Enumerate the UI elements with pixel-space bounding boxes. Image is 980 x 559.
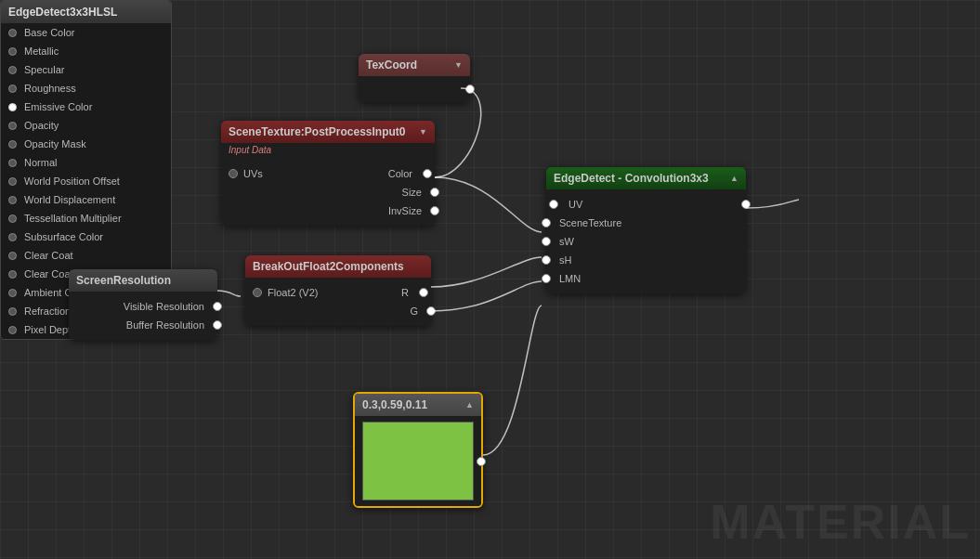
node-scene[interactable]: SceneTexture:PostProcessInput0 Input Dat…	[221, 121, 435, 226]
edgedetect-lmn-label: LMN	[559, 273, 581, 284]
hlsl-world-disp-dot	[8, 196, 17, 204]
scene-size-out[interactable]	[430, 188, 439, 197]
edgedetect-scene-label: SceneTexture	[559, 217, 621, 228]
edgedetect-scene-in[interactable]	[542, 218, 551, 228]
hlsl-refraction-dot	[8, 307, 17, 316]
node-edgedetect-body: UV SceneTexture sW sH LMN	[546, 189, 746, 293]
node-scene-uvs-row: UVs Color	[221, 164, 435, 183]
hlsl-opacity-mask[interactable]: Opacity Mask	[1, 135, 171, 153]
hlsl-roughness-label: Roughness	[24, 83, 76, 94]
edgedetect-uv-row: UV	[546, 195, 746, 214]
scene-color-out[interactable]	[423, 169, 432, 178]
hlsl-tess-dot	[8, 214, 17, 223]
node-screenres-body: Visible Resolution Buffer Resolution	[69, 292, 217, 340]
node-scene-header[interactable]: SceneTexture:PostProcessInput0	[221, 121, 435, 143]
breakout-g-row: G	[245, 302, 431, 320]
hlsl-opacity-mask-dot	[8, 140, 17, 149]
hlsl-tess-label: Tessellation Multiplier	[24, 213, 122, 224]
node-texcoord-title: TexCoord	[366, 58, 417, 72]
hlsl-specular-dot	[8, 66, 17, 74]
screenres-visible-out[interactable]	[213, 302, 222, 311]
hlsl-base-color-dot	[8, 29, 17, 37]
hlsl-clear-coat-roughness-dot	[8, 270, 17, 279]
scene-size-label: Size	[402, 187, 422, 198]
node-screenres-header[interactable]: ScreenResolution	[69, 269, 217, 292]
hlsl-opacity[interactable]: Opacity	[1, 116, 171, 135]
hlsl-opacity-dot	[8, 122, 17, 130]
hlsl-tess[interactable]: Tessellation Multiplier	[1, 209, 171, 228]
hlsl-metallic[interactable]: Metallic	[1, 42, 171, 60]
node-screenres-title: ScreenResolution	[76, 274, 171, 287]
texcoord-output-dot[interactable]	[465, 84, 475, 94]
hlsl-metallic-label: Metallic	[24, 46, 59, 57]
node-scene-size-row: Size	[221, 183, 435, 202]
hlsl-ambient-dot	[8, 289, 17, 297]
hlsl-specular[interactable]: Specular	[1, 60, 171, 79]
hlsl-world-pos-label: World Position Offset	[24, 176, 120, 187]
node-breakout[interactable]: BreakOutFloat2Components Float2 (V2) R G	[245, 255, 431, 326]
screenres-visible-row: Visible Resolution	[69, 297, 217, 316]
node-edgedetect[interactable]: EdgeDetect - Convolution3x3 UV SceneText…	[546, 167, 746, 293]
hlsl-normal[interactable]: Normal	[1, 153, 171, 172]
color-out[interactable]	[477, 457, 486, 466]
hlsl-world-pos-dot	[8, 177, 17, 186]
screenres-buffer-label: Buffer Resolution	[126, 319, 204, 331]
node-texcoord[interactable]: TexCoord	[359, 54, 470, 102]
node-color[interactable]: 0.3,0.59,0.11	[353, 392, 483, 508]
panel-hlsl-header: EdgeDetect3x3HLSL	[1, 1, 171, 23]
node-screenres[interactable]: ScreenResolution Visible Resolution Buff…	[69, 269, 217, 340]
breakout-r-label: R	[401, 287, 409, 298]
scene-color-label: Color	[388, 168, 412, 179]
hlsl-refraction-label: Refraction	[24, 306, 71, 317]
edgedetect-uv-in[interactable]	[549, 200, 558, 209]
node-scene-body: UVs Color Size InvSize	[221, 159, 435, 226]
edgedetect-out[interactable]	[741, 200, 751, 209]
hlsl-clear-coat[interactable]: Clear Coat	[1, 246, 171, 265]
edgedetect-sh-label: sH	[559, 254, 571, 266]
node-scene-invsize-row: InvSize	[221, 202, 435, 220]
breakout-float-row: Float2 (V2) R	[245, 283, 431, 302]
breakout-r-out[interactable]	[419, 288, 428, 297]
hlsl-specular-label: Specular	[24, 64, 64, 75]
node-breakout-body: Float2 (V2) R G	[245, 278, 431, 326]
hlsl-roughness-dot	[8, 84, 17, 93]
edgedetect-lmn-in[interactable]	[542, 274, 551, 283]
hlsl-emissive-label: Emissive Color	[24, 101, 92, 112]
color-swatch	[362, 422, 474, 500]
hlsl-base-color[interactable]: Base Color	[1, 23, 171, 42]
edgedetect-uv-label: UV	[568, 199, 582, 210]
hlsl-world-pos[interactable]: World Position Offset	[1, 172, 171, 190]
node-breakout-header[interactable]: BreakOutFloat2Components	[245, 255, 431, 278]
hlsl-base-color-label: Base Color	[24, 27, 74, 38]
hlsl-subsurface-dot	[8, 233, 17, 241]
screenres-buffer-out[interactable]	[213, 320, 222, 330]
hlsl-roughness[interactable]: Roughness	[1, 79, 171, 98]
node-breakout-title: BreakOutFloat2Components	[253, 260, 404, 273]
hlsl-emissive[interactable]: Emissive Color	[1, 98, 171, 116]
scene-uvs-in[interactable]	[229, 169, 238, 178]
breakout-float-in[interactable]	[253, 288, 262, 297]
node-texcoord-body	[359, 76, 470, 102]
breakout-float-label: Float2 (V2)	[268, 287, 318, 298]
scene-invsize-out[interactable]	[430, 206, 439, 215]
hlsl-subsurface[interactable]: Subsurface Color	[1, 228, 171, 246]
node-color-header[interactable]: 0.3,0.59,0.11	[355, 394, 481, 416]
hlsl-world-disp[interactable]: World Displacement	[1, 190, 171, 209]
node-color-title: 0.3,0.59,0.11	[362, 398, 427, 411]
edgedetect-lmn-row: LMN	[546, 269, 746, 288]
node-color-body	[355, 416, 481, 506]
breakout-g-label: G	[410, 306, 418, 317]
hlsl-normal-label: Normal	[24, 157, 57, 168]
node-scene-subtext: Input Data	[221, 143, 435, 159]
screenres-buffer-row: Buffer Resolution	[69, 316, 217, 334]
edgedetect-sw-row: sW	[546, 232, 746, 251]
edgedetect-sw-in[interactable]	[542, 237, 551, 246]
node-texcoord-header[interactable]: TexCoord	[359, 54, 470, 76]
breakout-g-out[interactable]	[426, 306, 436, 316]
hlsl-clear-coat-dot	[8, 252, 17, 260]
edgedetect-scene-row: SceneTexture	[546, 214, 746, 232]
node-edgedetect-header[interactable]: EdgeDetect - Convolution3x3	[546, 167, 746, 189]
hlsl-opacity-mask-label: Opacity Mask	[24, 138, 86, 150]
edgedetect-sh-row: sH	[546, 251, 746, 269]
edgedetect-sh-in[interactable]	[542, 255, 551, 265]
